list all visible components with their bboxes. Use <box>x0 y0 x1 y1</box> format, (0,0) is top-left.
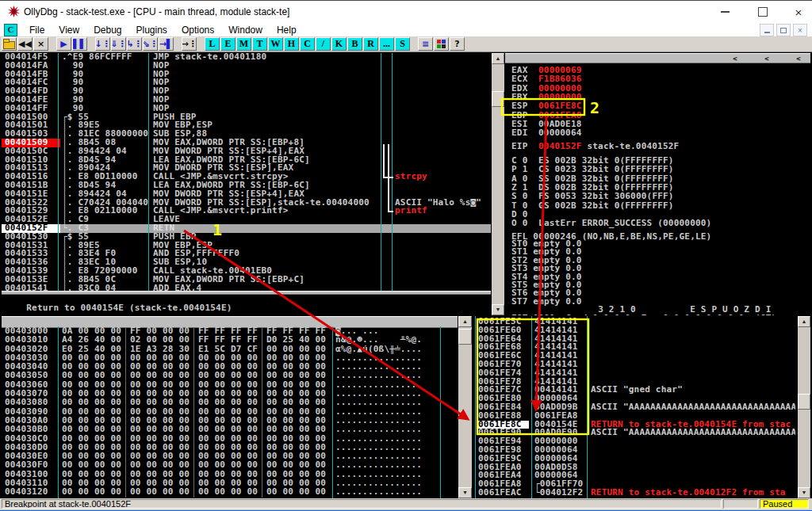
address-cell[interactable]: 00401503 <box>5 130 57 139</box>
address-cell[interactable]: 004014FC <box>5 78 57 87</box>
address-cell[interactable]: 00401522 <box>5 199 57 208</box>
stack-row[interactable]: 0061FE8400AD0D9BASCII "AAAAAAAAAAAAAAAAA… <box>473 403 798 412</box>
address-cell[interactable]: 00403020 <box>5 345 57 354</box>
hex-group-cell[interactable]: 02 00 00 00 <box>130 336 193 345</box>
hex-group-cell[interactable]: FF FF FF FF <box>198 336 262 345</box>
hex-bytes-cell[interactable]: │. 83EC 10 <box>62 258 149 267</box>
stack-address-cell[interactable]: 0061FE5C <box>478 318 529 326</box>
hex-bytes-cell[interactable]: .^E9 86FCFFFF <box>62 53 149 62</box>
instruction-cell[interactable]: NOP <box>153 105 381 113</box>
hex-group-cell[interactable]: 00 00 00 00 <box>266 435 330 444</box>
menu-help[interactable]: Help <box>270 24 304 36</box>
dump-row[interactable]: 0040309000 00 00 0000 00 00 0000 00 00 0… <box>2 408 458 417</box>
instruction-cell[interactable]: MOV EBP,ESP <box>153 121 381 130</box>
ascii-cell[interactable]: ◙... ... <box>335 327 440 336</box>
disasm-row[interactable]: 004014FE 90NOP <box>2 96 491 105</box>
animate-into-button[interactable]: ↳⋮ <box>127 37 142 51</box>
dump-scrollbar[interactable]: ▲ ▼ <box>458 316 472 498</box>
ascii-cell[interactable]: ................ <box>335 471 440 479</box>
stack-address-cell[interactable]: 0061FE60 <box>478 326 529 335</box>
register-value[interactable]: 0040152F <box>538 141 582 151</box>
pause-button[interactable]: ▌▌ <box>72 37 87 51</box>
disasm-row[interactable]: 00401529│. E8 02110000CALL <JMP.&msvcrt.… <box>2 207 491 215</box>
address-cell[interactable]: 00401533 <box>5 250 57 258</box>
scrollbar-thumb[interactable] <box>458 329 472 345</box>
address-cell[interactable]: 0040153E <box>5 276 57 284</box>
instruction-cell[interactable]: MOV DWORD PTR SS:[ESP+4],EAX <box>153 147 381 156</box>
disasm-scrollbar[interactable]: ▲ ▼ <box>492 53 504 315</box>
hex-group-cell[interactable]: 0A 00 00 00 <box>62 327 125 336</box>
disasm-row[interactable]: 004014FC 90NOP <box>2 78 491 87</box>
hex-group-cell[interactable]: 00 00 00 00 <box>62 390 125 399</box>
register-row[interactable]: EDI00000064 <box>511 129 582 138</box>
hex-group-cell[interactable]: 00 00 00 00 <box>266 363 330 372</box>
stack-scrollbar[interactable]: ▲ ▼ <box>798 316 810 498</box>
address-cell[interactable]: 00403080 <box>5 399 57 407</box>
view-log-button[interactable]: L <box>205 37 220 51</box>
stack-address-cell[interactable]: 0061FE7C <box>478 386 529 395</box>
hex-group-cell[interactable]: 00 00 00 00 <box>266 372 330 380</box>
hex-group-cell[interactable]: 00 00 00 00 <box>62 479 125 488</box>
hex-group-cell[interactable]: 00 00 00 00 <box>130 381 193 390</box>
address-cell[interactable]: 0040152E <box>5 215 57 224</box>
hex-group-cell[interactable]: 00 00 00 00 <box>130 417 193 425</box>
stack-value-cell[interactable]: 00000064 <box>534 471 587 480</box>
hex-group-cell[interactable]: 00 00 00 00 <box>62 488 125 497</box>
address-cell[interactable]: 00401513 <box>5 164 57 173</box>
stack-row[interactable]: 0061FEA400000064 <box>473 471 798 480</box>
hex-group-cell[interactable]: 00 00 00 00 <box>198 372 262 380</box>
hex-bytes-cell[interactable]: 90 <box>62 87 149 96</box>
hex-group-cell[interactable]: 00 00 00 00 <box>62 435 125 444</box>
address-cell[interactable]: 00401510 <box>5 156 57 165</box>
hex-group-cell[interactable]: 00 00 00 00 <box>198 444 262 452</box>
address-cell[interactable]: 004014FE <box>5 96 57 105</box>
stack-row[interactable]: 0061FEA8┌0061FF70 <box>473 480 798 489</box>
collapse-icon[interactable]: < <box>793 55 804 63</box>
stack-row[interactable]: 0061FE880061FEA8 <box>473 412 798 421</box>
stack-row[interactable]: 0061FEA000AD0D58 <box>473 463 798 472</box>
hex-group-cell[interactable]: 00 00 00 00 <box>130 390 193 399</box>
stack-address-cell[interactable]: 0061FE98 <box>478 446 529 455</box>
stack-address-cell[interactable]: 0061FE94 <box>478 437 529 446</box>
hex-group-cell[interactable]: 00 00 00 00 <box>266 425 330 434</box>
address-cell[interactable]: 004030E0 <box>5 452 57 461</box>
open-file-button[interactable] <box>2 37 17 51</box>
hex-group-cell[interactable]: 00 00 00 00 <box>266 399 330 407</box>
address-cell[interactable]: 004030A0 <box>5 417 57 425</box>
hex-group-cell[interactable]: 00 00 00 00 <box>198 425 262 434</box>
address-cell[interactable]: 00403110 <box>5 479 57 488</box>
flag-row[interactable]: O 0 LastErr ERROR_SUCCESS (00000000) <box>511 219 711 228</box>
address-cell[interactable]: 0040150C <box>5 147 57 156</box>
hex-group-cell[interactable]: 00 00 00 00 <box>62 417 125 425</box>
disasm-row[interactable]: 00401531│. 89E5MOV EBP,ESP <box>2 242 491 250</box>
address-cell[interactable]: 004014FA <box>5 62 57 71</box>
instruction-cell[interactable]: MOV EAX,DWORD PTR SS:[EBP+8] <box>153 139 381 147</box>
instruction-cell[interactable]: LEA EAX,DWORD PTR SS:[EBP-6C] <box>153 156 381 165</box>
address-cell[interactable]: 00401541 <box>5 284 57 291</box>
stack-row[interactable]: 0061FEAC└004012F2RETURN to stack-te.0040… <box>473 489 798 498</box>
hex-group-cell[interactable]: 00 00 00 00 <box>198 417 262 425</box>
stack-row[interactable]: 0061FE7C00414141ASCII "gned char" <box>473 386 798 395</box>
disasm-row[interactable]: 004014FA 90NOP <box>2 62 491 71</box>
hex-bytes-cell[interactable]: │. 83E4 F0 <box>62 250 149 258</box>
hex-group-cell[interactable]: 00 00 00 00 <box>130 363 193 372</box>
instruction-cell[interactable]: CALL <JMP.&msvcrt.printf> <box>153 207 381 215</box>
instruction-cell[interactable]: CALL stack-te.00401EB0 <box>153 267 381 276</box>
stack-row[interactable]: 0061FE7441414141 <box>473 369 798 378</box>
stack-row[interactable]: 0061FE6841414141 <box>473 343 798 352</box>
stack-value-cell[interactable]: └004012F2 <box>534 489 587 498</box>
close-program-button[interactable]: × <box>33 37 48 51</box>
address-cell[interactable]: 0040151E <box>5 190 57 199</box>
view-run-trace-button[interactable]: ... <box>379 37 394 51</box>
registers-pane[interactable]: Registers (FPU) < < < EAX00000069ECXF1B8… <box>505 53 810 315</box>
menu-plugins[interactable]: Plugins <box>129 24 174 36</box>
dump-row[interactable]: 00403020E0 25 40 001E A3 28 30E1 5C D7 C… <box>2 345 458 354</box>
hex-bytes-cell[interactable]: │. 894424 04 <box>62 147 149 156</box>
hex-group-cell[interactable]: 00 00 00 00 <box>62 444 125 452</box>
stack-address-cell[interactable]: 0061FE9C <box>478 455 529 463</box>
disasm-row[interactable]: 00401510│. 8D45 94LEA EAX,DWORD PTR SS:[… <box>2 156 491 165</box>
ascii-cell[interactable]: ................ <box>335 417 440 425</box>
address-cell[interactable]: 00401536 <box>5 258 57 267</box>
stack-address-cell[interactable]: 0061FE88 <box>478 412 529 421</box>
scroll-up-icon[interactable]: ▲ <box>492 53 504 64</box>
